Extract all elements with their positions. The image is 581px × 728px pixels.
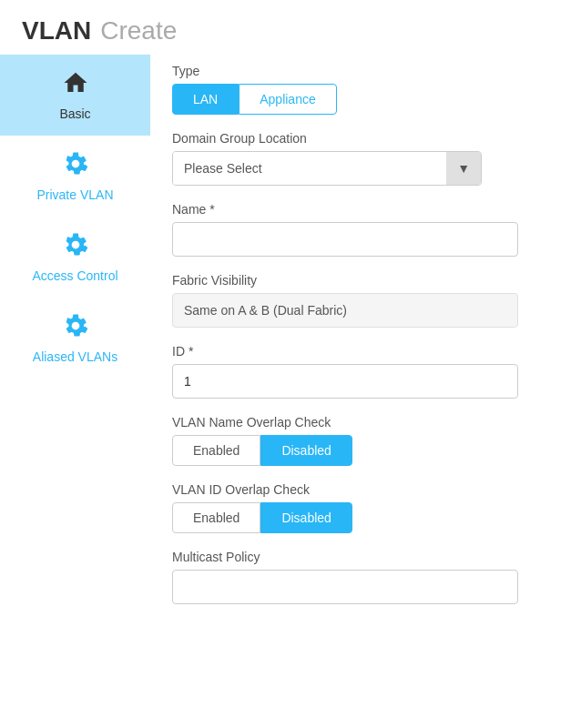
vlan-id-overlap-toggle: Enabled Disabled — [172, 502, 559, 533]
fabric-visibility-section: Fabric Visibility Same on A & B (Dual Fa… — [172, 273, 559, 328]
sidebar-item-access-control[interactable]: Access Control — [0, 217, 150, 298]
vlan-name-overlap-section: VLAN Name Overlap Check Enabled Disabled — [172, 415, 559, 466]
vlan-name-overlap-enabled[interactable]: Enabled — [172, 435, 260, 466]
page-header: VLAN Create — [0, 0, 581, 55]
domain-group-label: Domain Group Location — [172, 131, 559, 146]
domain-group-value: Please Select — [173, 152, 446, 185]
fabric-visibility-value: Same on A & B (Dual Fabric) — [172, 293, 518, 328]
sidebar-item-label-private-vlan: Private VLAN — [36, 187, 113, 202]
id-input[interactable] — [172, 364, 518, 399]
name-section: Name * — [172, 202, 559, 257]
type-section: Type LAN Appliance — [172, 64, 559, 115]
gear-icon-aliased-vlans — [62, 312, 89, 346]
sidebar-item-basic[interactable]: Basic — [0, 55, 150, 136]
vlan-id-overlap-label: VLAN ID Overlap Check — [172, 482, 559, 497]
multicast-policy-section: Multicast Policy — [172, 550, 559, 604]
fabric-visibility-label: Fabric Visibility — [172, 273, 559, 288]
type-label: Type — [172, 64, 559, 78]
vlan-name-overlap-disabled[interactable]: Disabled — [260, 435, 352, 466]
sidebar-item-private-vlan[interactable]: Private VLAN — [0, 136, 150, 217]
sidebar-item-aliased-vlans[interactable]: Aliased VLANs — [0, 298, 150, 379]
main-form: Type LAN Appliance Domain Group Location… — [150, 55, 581, 630]
type-toggle: LAN Appliance — [172, 84, 559, 115]
domain-group-section: Domain Group Location Please Select ▼ — [172, 131, 559, 186]
type-btn-lan[interactable]: LAN — [172, 84, 239, 115]
multicast-policy-input[interactable] — [172, 570, 518, 604]
sidebar: Basic Private VLAN Access Control Aliase… — [0, 55, 150, 630]
vlan-id-overlap-enabled[interactable]: Enabled — [172, 502, 260, 533]
type-btn-appliance[interactable]: Appliance — [239, 84, 337, 115]
home-icon — [62, 69, 89, 103]
id-section: ID * — [172, 344, 559, 399]
vlan-name-overlap-toggle: Enabled Disabled — [172, 435, 559, 466]
sidebar-item-label-aliased-vlans: Aliased VLANs — [33, 349, 117, 364]
vlan-id-overlap-section: VLAN ID Overlap Check Enabled Disabled — [172, 482, 559, 533]
name-label: Name * — [172, 202, 559, 217]
page-title-sub: Create — [100, 16, 177, 46]
sidebar-item-label-access-control: Access Control — [32, 268, 117, 283]
vlan-id-overlap-disabled[interactable]: Disabled — [260, 502, 352, 533]
multicast-policy-label: Multicast Policy — [172, 550, 559, 564]
gear-icon-access-control — [62, 231, 89, 265]
name-input[interactable] — [172, 222, 518, 257]
domain-group-select[interactable]: Please Select ▼ — [172, 151, 482, 186]
vlan-name-overlap-label: VLAN Name Overlap Check — [172, 415, 559, 430]
page-title-main: VLAN — [22, 16, 91, 46]
id-label: ID * — [172, 344, 559, 359]
gear-icon-private-vlan — [62, 150, 89, 184]
chevron-down-icon[interactable]: ▼ — [446, 152, 481, 185]
sidebar-item-label-basic: Basic — [59, 106, 90, 121]
